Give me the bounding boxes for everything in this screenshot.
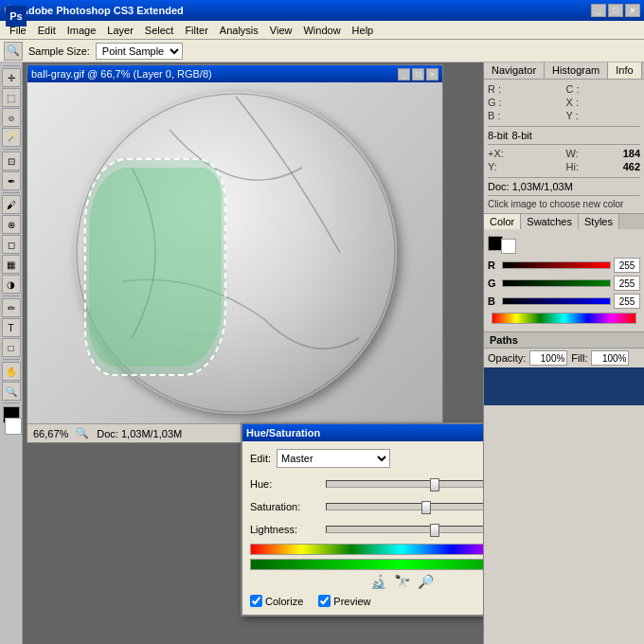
tab-swatches[interactable]: Swatches [521,214,579,229]
color-b-track[interactable] [502,297,611,305]
hue-edit-select[interactable]: Master [277,449,390,468]
eyedropper-tool-icon[interactable]: 🔍 [4,42,23,61]
color-b-value[interactable]: 255 [614,294,640,309]
document-title-bar: ball-gray.gif @ 66,7% (Layer 0, RGB/8) _… [27,65,442,82]
menu-analysis[interactable]: Analysis [214,23,264,38]
info-panel-tabs: Navigator Histogram Info [484,63,644,80]
toolbar-separator-2 [3,149,20,150]
move-tool[interactable]: ✛ [2,68,21,87]
menu-window[interactable]: Window [297,23,346,38]
lasso-tool[interactable]: ⌾ [2,108,21,127]
hue-dialog-title-bar: Hue/Saturation × [242,424,483,441]
color-r-track[interactable] [502,261,611,269]
tab-navigator[interactable]: Navigator [484,63,545,79]
magic-wand-tool[interactable]: 🪄 [2,128,21,147]
hue-lightness-track[interactable] [326,526,483,533]
toolbar-separator [3,65,20,66]
sample-size-label: Sample Size: [28,45,90,57]
hue-eyedropper-plus-icon[interactable]: 🔭 [394,574,410,589]
eraser-tool[interactable]: ◻ [2,235,21,254]
color-r-value[interactable]: 255 [614,258,640,273]
hue-saturation-thumb[interactable] [421,501,431,514]
info-panel-content: R : G : B : C : [484,80,644,213]
info-g-row: G : [488,97,563,108]
minimize-button[interactable]: _ [591,4,606,17]
opacity-label: Opacity: [488,352,526,364]
info-h-label: Hi: [566,161,579,172]
color-g-label: G [488,277,499,289]
color-spectrum-bar[interactable] [492,313,636,324]
info-divider-4 [488,195,640,196]
text-tool[interactable]: T [2,318,21,337]
crop-tool[interactable]: ⊡ [2,152,21,170]
paths-content-area[interactable] [484,367,644,405]
color-g-slider-row: G 255 [488,276,640,291]
menu-select[interactable]: Select [139,23,180,38]
hue-eyedropper-minus-icon[interactable]: 🔎 [418,574,434,589]
tab-styles[interactable]: Styles [579,214,619,229]
hue-lightness-row: Lightness: [250,521,483,538]
opacity-input[interactable] [529,350,567,366]
window-controls[interactable]: _ □ × [591,4,640,17]
doc-minimize[interactable]: _ [398,68,410,80]
document-canvas[interactable] [27,82,442,423]
hue-saturation-row: Saturation: [250,498,483,515]
color-panel-tabs: Color Swatches Styles [484,214,644,229]
close-button[interactable]: × [625,4,640,17]
color-g-value[interactable]: 255 [614,276,640,291]
pen-tool[interactable]: ✏ [2,298,21,317]
hand-tool[interactable]: ✋ [2,362,21,381]
tab-color[interactable]: Color [484,214,521,229]
fill-input[interactable] [591,350,629,366]
info-x-row: X : [566,97,641,108]
doc-window-controls[interactable]: _ □ × [398,68,438,80]
maximize-button[interactable]: □ [608,4,623,17]
marquee-tool[interactable]: ⬚ [2,88,21,107]
hue-saturation-track[interactable] [326,503,483,510]
hue-saturation-slider-area[interactable] [326,503,483,510]
zoom-tool[interactable]: 🔍 [2,382,21,401]
toolbar-separator-5 [3,359,20,360]
menu-filter[interactable]: Filter [179,23,213,38]
hue-lightness-thumb[interactable] [430,524,439,537]
sample-size-select[interactable]: Point Sample [96,43,183,60]
hue-eyedropper-icon[interactable]: 🔬 [370,574,386,589]
hue-lightness-slider-area[interactable] [326,526,483,533]
background-color[interactable] [5,418,22,435]
tab-info[interactable]: Info [608,63,641,79]
menu-view[interactable]: View [264,23,298,38]
eyedropper-tool[interactable]: ✒ [2,171,21,190]
hue-hue-slider-area[interactable] [326,480,483,488]
gradient-tool[interactable]: ▦ [2,255,21,274]
info-divider-1 [488,126,640,127]
menu-layer[interactable]: Layer [101,23,139,38]
color-background-swatch[interactable] [501,239,516,254]
doc-maximize[interactable]: □ [412,68,424,80]
info-rgb-row: R : G : B : C : [488,83,640,123]
tab-histogram[interactable]: Histogram [545,63,608,79]
shape-tool[interactable]: □ [2,338,21,357]
info-xy-left: +X: Y: [488,148,563,174]
hue-colorize-checkbox[interactable] [250,595,262,607]
color-g-track[interactable] [502,279,611,287]
info-x-label: X : [566,97,579,108]
menu-image[interactable]: Image [62,23,102,38]
hue-checkboxes: Colorize Preview [250,595,483,607]
menu-edit[interactable]: Edit [32,23,62,38]
options-bar: 🔍 Sample Size: Point Sample [0,40,644,63]
info-cmyk-right: C : X : Y : [566,83,641,123]
info-c-row: C : [566,83,641,95]
info-rgb-left: R : G : B : [488,83,563,123]
doc-close[interactable]: × [426,68,438,80]
hue-preview-checkbox[interactable] [318,595,331,607]
hue-hue-thumb[interactable] [430,478,439,492]
brush-tool[interactable]: 🖌 [2,195,21,214]
hue-icons-row: 🔬 🔭 🔎 [250,574,483,589]
menu-help[interactable]: Help [347,23,380,38]
app-title-bar: 🎨 Adobe Photoshop CS3 Extended _ □ × [0,0,644,21]
info-divider-2 [488,144,640,145]
dodge-tool[interactable]: ◑ [2,275,21,294]
hue-hue-track[interactable] [326,480,483,488]
ps-logo: Ps [6,6,27,27]
stamp-tool[interactable]: ⊗ [2,215,21,234]
